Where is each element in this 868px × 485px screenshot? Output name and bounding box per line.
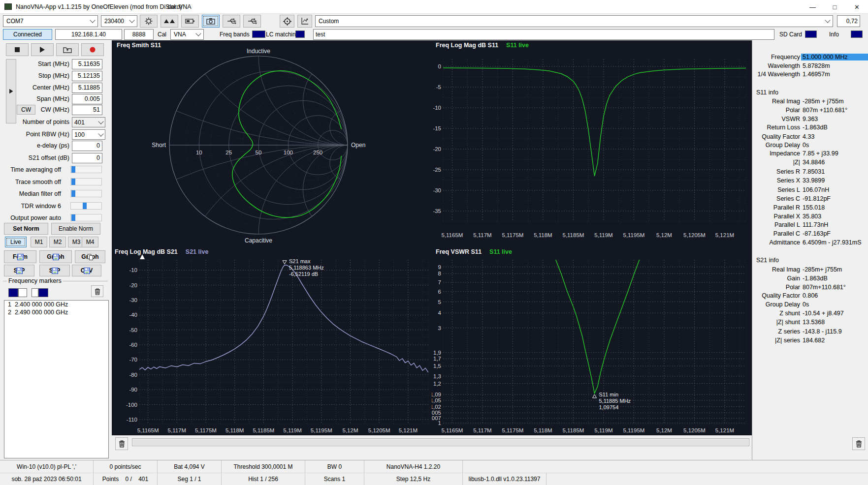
- maximize-button[interactable]: □: [824, 0, 846, 14]
- slider-thumb[interactable]: [71, 190, 75, 197]
- info-value[interactable]: 51.000 000 MHz: [801, 54, 868, 61]
- field-input-cw-mhz-[interactable]: 51: [72, 105, 102, 115]
- horizontal-scrollbar[interactable]: [132, 438, 749, 446]
- field-input-s21-offset-db-[interactable]: 0: [72, 153, 102, 163]
- preset-name-field[interactable]: [313, 29, 774, 40]
- connected-button[interactable]: Connected: [3, 29, 52, 40]
- info-label: |Z| shunt: [752, 319, 800, 326]
- x-tick-label: 5,1205M: [683, 232, 706, 238]
- y-tick-label: -70: [129, 357, 137, 363]
- battery-status-button[interactable]: [181, 15, 199, 28]
- memory-tab-m1[interactable]: M1: [31, 237, 47, 247]
- memory-tab-live[interactable]: Live: [5, 237, 27, 247]
- y-tick-label: 1: [438, 420, 441, 426]
- center-on-marker-button[interactable]: [280, 15, 294, 28]
- s11-smith-trace: [232, 71, 341, 217]
- save-graph-button[interactable]: Graph: [39, 250, 72, 263]
- status-cell: libusb-1.0.dll v1.0.23.11397: [463, 473, 547, 485]
- reactance-arc-minor: [112, 145, 432, 244]
- slider-output-power[interactable]: [70, 214, 102, 221]
- clear-history-button[interactable]: [852, 437, 865, 450]
- info-color-swatch[interactable]: [851, 30, 863, 38]
- slider-median-filter[interactable]: [70, 190, 102, 197]
- marker2-color-a-swatch[interactable]: [32, 288, 38, 297]
- field-select-point-rbw-hz-[interactable]: 100: [72, 129, 105, 140]
- marker2-color-b-swatch[interactable]: [38, 288, 48, 297]
- info-value: 7.85031: [803, 168, 868, 175]
- slider-tdr-window[interactable]: [70, 202, 102, 210]
- sweep-step-buttons[interactable]: [6, 59, 16, 123]
- s21-logmag-panel[interactable]: 5,1165M5,117M5,1175M5,118M5,1185M5,119M5…: [112, 244, 432, 435]
- chevron-down-icon: [98, 119, 103, 124]
- info-value: 35.803: [803, 213, 868, 220]
- play-icon: [40, 47, 45, 53]
- field-select-value: 100: [74, 131, 99, 138]
- preset-profile-select[interactable]: Custom: [315, 15, 833, 27]
- marker1-color-a-swatch[interactable]: [8, 288, 18, 297]
- field-input-span-mhz-[interactable]: 0.005: [72, 94, 102, 104]
- ip-address-field[interactable]: [55, 29, 122, 40]
- field-input-e-delay-ps-[interactable]: 0: [72, 141, 102, 151]
- cal-mode-select[interactable]: VNA: [170, 29, 204, 40]
- slider-trace-smooth[interactable]: [70, 178, 102, 185]
- vswr-panel[interactable]: 5,1165M5,117M5,1175M5,118M5,1185M5,119M5…: [432, 244, 752, 435]
- field-input-center-mhz-[interactable]: 5.11885: [72, 83, 102, 93]
- settings-button[interactable]: [140, 15, 158, 28]
- field-input-stop-mhz-[interactable]: 5.12135: [72, 71, 102, 81]
- x-tick-label: 5,12M: [656, 232, 672, 238]
- stop-sweep-button[interactable]: [6, 43, 29, 56]
- lc-matching-color-swatch[interactable]: [295, 30, 305, 38]
- annotation-text: S21 max: [289, 258, 311, 264]
- memory-tab-m4[interactable]: M4: [82, 237, 98, 247]
- x-tick-label: 5,1175M: [502, 427, 523, 433]
- com-port-select[interactable]: COM7: [3, 15, 98, 27]
- output-power-value-field[interactable]: [837, 15, 860, 27]
- sd-card-color-swatch[interactable]: [805, 30, 817, 38]
- save-form-button[interactable]: Form: [4, 250, 36, 263]
- slider-thumb[interactable]: [71, 179, 75, 185]
- set-norm-button[interactable]: Set Norm: [4, 223, 48, 235]
- marker-list-item[interactable]: 1 2.400 000 000 GHz: [4, 301, 108, 308]
- enable-norm-button[interactable]: Enable Norm: [51, 223, 100, 235]
- field-input-start-mhz-[interactable]: 5.11635: [72, 59, 102, 69]
- baud-rate-select[interactable]: 230400: [101, 15, 137, 27]
- slider-thumb[interactable]: [71, 166, 75, 173]
- clear-traces-button[interactable]: [115, 437, 128, 450]
- run-sweep-button[interactable]: [31, 43, 54, 56]
- memory-tab-m2[interactable]: M2: [49, 237, 66, 247]
- autoscale-arrow-icon[interactable]: [140, 254, 145, 259]
- export-s2p-button[interactable]: S2P: [39, 265, 70, 276]
- status-cell: Win-10 (v10.0) pl-PL ',': [0, 460, 94, 473]
- screenshot-button[interactable]: [202, 15, 220, 28]
- slider-time-averaging[interactable]: [70, 166, 102, 173]
- field-select-number-of-points[interactable]: 401: [72, 117, 105, 127]
- scrollbar-thumb[interactable]: [133, 439, 748, 445]
- smith-chart-panel[interactable]: 102550100250InductiveCapacitiveShortOpen: [112, 40, 432, 244]
- delete-markers-button[interactable]: [91, 285, 103, 297]
- record-button[interactable]: [81, 43, 104, 56]
- minimize-button[interactable]: —: [802, 0, 824, 14]
- y-tick-label: -80: [129, 372, 137, 378]
- save-graph-button[interactable]: Graph: [75, 250, 105, 263]
- graph-scale-button[interactable]: [297, 15, 312, 28]
- s21-info-row: Polar807m+110.681°: [752, 284, 868, 292]
- info-value: 0s: [803, 142, 868, 149]
- frequency-marker-list[interactable]: 1 2.400 000 000 GHz2 2.490 000 000 GHz: [4, 300, 109, 458]
- tcp-port-field[interactable]: [124, 29, 154, 40]
- x-tick-label: 5,1165M: [137, 427, 159, 433]
- usb-disconnect-button[interactable]: [243, 15, 261, 28]
- open-file-button[interactable]: [56, 43, 79, 56]
- s11-logmag-panel[interactable]: 5,1165M5,117M5,1175M5,118M5,1185M5,119M5…: [432, 40, 752, 244]
- slider-thumb[interactable]: [83, 203, 87, 209]
- s11-info-row: Series R7.85031: [752, 168, 868, 177]
- export-s1p-button[interactable]: S1P: [4, 265, 34, 276]
- marker1-color-b-swatch[interactable]: [18, 288, 27, 297]
- freq-bands-color-swatch[interactable]: [252, 30, 265, 38]
- export-csv-button[interactable]: CSV: [72, 265, 101, 276]
- raise-priority-button[interactable]: [161, 15, 178, 28]
- close-button[interactable]: ✕: [846, 0, 868, 14]
- slider-thumb[interactable]: [71, 214, 75, 221]
- status-cell: NanoVNA-H4 1.2.20: [364, 460, 463, 473]
- usb-connect-button[interactable]: [223, 15, 240, 28]
- marker-list-item[interactable]: 2 2.490 000 000 GHz: [4, 308, 108, 316]
